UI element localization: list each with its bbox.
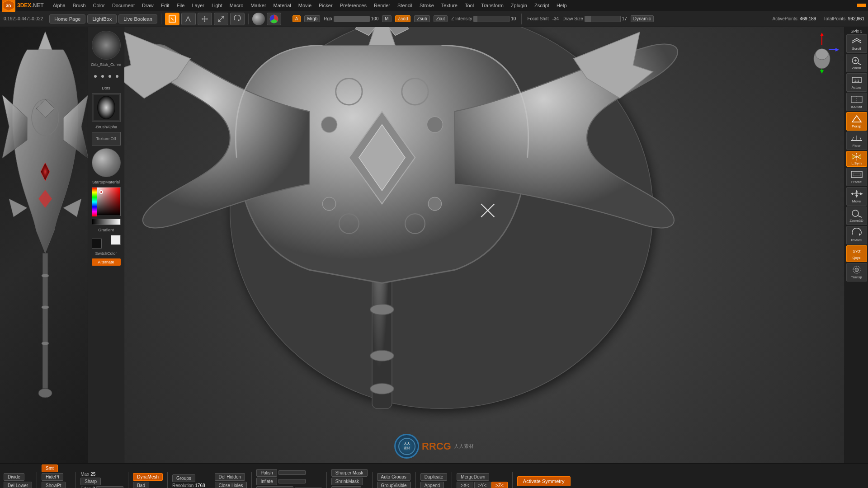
persp-btn[interactable]: Persp xyxy=(846,112,867,131)
edge-slider[interactable] xyxy=(96,486,123,488)
duplicate-btn[interactable]: Duplicate xyxy=(420,473,448,481)
draw-btn[interactable] xyxy=(181,13,196,25)
menu-stencil[interactable]: Stencil xyxy=(394,2,416,9)
brush-preview[interactable] xyxy=(92,31,121,60)
groups-btn[interactable]: Groups xyxy=(172,474,195,482)
menu-marker[interactable]: Marker xyxy=(247,2,269,9)
dots-preview[interactable] xyxy=(92,70,121,83)
actual-btn[interactable]: 1:1 Actual xyxy=(846,73,867,92)
menu-transform[interactable]: Transform xyxy=(477,2,507,9)
scale-btn[interactable] xyxy=(214,13,228,25)
menu-stroke[interactable]: Stroke xyxy=(416,2,438,9)
menu-draw[interactable]: Draw xyxy=(138,2,157,9)
del-lower-btn[interactable]: Del Lower xyxy=(4,482,32,488)
edit-btn[interactable] xyxy=(165,13,179,25)
menu-document[interactable]: Document xyxy=(108,2,138,9)
sphere-icon-btn[interactable] xyxy=(252,13,265,25)
auto-groups-btn[interactable]: Auto Groups xyxy=(377,473,410,481)
smt-btn[interactable]: Smt xyxy=(42,465,58,472)
material-sphere[interactable] xyxy=(92,148,121,177)
draw-size-slider[interactable] xyxy=(585,16,621,22)
rotate-3d-btn[interactable]: Rotate xyxy=(846,226,867,244)
qxyz-btn[interactable]: XYZ Qxyz xyxy=(846,245,867,262)
move-3d-btn[interactable]: Move xyxy=(846,187,867,206)
transp-btn[interactable]: Transp xyxy=(846,263,867,282)
zoom-btn[interactable]: Zoom xyxy=(846,54,867,72)
menu-material[interactable]: Material xyxy=(270,2,295,9)
mergedown-btn[interactable]: MergeDown xyxy=(457,473,489,481)
append-btn[interactable]: Append xyxy=(420,482,444,488)
color-picker[interactable] xyxy=(92,187,121,216)
menu-file[interactable]: File xyxy=(173,2,189,9)
nx-btn[interactable]: >X< xyxy=(457,482,473,488)
scroll-btn[interactable]: Scroll xyxy=(846,34,867,53)
floor-btn[interactable]: Floor xyxy=(846,131,867,150)
move-btn[interactable] xyxy=(198,13,212,25)
dynamesh-btn[interactable]: DynaMesh xyxy=(133,473,163,481)
menu-light[interactable]: Light xyxy=(208,2,226,9)
zoom3d-btn[interactable]: Zoom3D xyxy=(846,206,867,225)
activate-symmetry-btn[interactable]: Activate Symmetry xyxy=(517,476,571,486)
menu-render[interactable]: Render xyxy=(370,2,394,9)
menu-layer[interactable]: Layer xyxy=(188,2,208,9)
alternate-btn[interactable]: Alternate xyxy=(92,258,121,266)
polish-btn[interactable]: Polish xyxy=(256,469,277,477)
texture-off-btn[interactable]: Texture Off xyxy=(92,132,121,145)
zcut-badge[interactable]: Zcut xyxy=(434,15,448,22)
group-visible-btn[interactable]: GroupVisible xyxy=(377,482,411,488)
menu-edit[interactable]: Edit xyxy=(157,2,173,9)
lightbox-btn[interactable]: LightBox xyxy=(87,14,117,23)
del-hidden-btn[interactable]: Del Hidden xyxy=(215,473,245,481)
mrgb-badge[interactable]: Mrgb xyxy=(304,15,320,22)
bad-btn[interactable]: Bad xyxy=(133,482,149,488)
color-wheel-btn[interactable] xyxy=(267,13,281,25)
rgb-group: Rgb 100 xyxy=(324,16,378,22)
switch-color[interactable] xyxy=(92,235,121,249)
menu-help[interactable]: Help xyxy=(553,2,571,9)
inflate-btn[interactable]: Inflate xyxy=(256,478,277,485)
menu-zscript[interactable]: Zscript xyxy=(531,2,553,9)
inflate-slider[interactable] xyxy=(278,479,306,483)
zadd-badge[interactable]: Zadd xyxy=(395,15,411,22)
rotate-btn[interactable] xyxy=(230,13,245,25)
close-holes-btn[interactable]: Close Holes xyxy=(215,482,247,488)
hidept-btn[interactable]: HidePt xyxy=(42,473,63,481)
menu-alpha[interactable]: Alpha xyxy=(49,2,69,9)
ny-btn[interactable]: >Y< xyxy=(474,482,491,488)
home-page-btn[interactable]: Home Page xyxy=(49,14,85,23)
groups-resolution-group: Groups Resolution 1768 xyxy=(172,474,205,488)
menu-brush[interactable]: Brush xyxy=(69,2,90,9)
frame-btn[interactable]: Frame xyxy=(846,168,867,186)
live-boolean-btn[interactable]: Live Boolean xyxy=(118,14,157,23)
menu-macro[interactable]: Macro xyxy=(226,2,247,9)
menu-movie[interactable]: Movie xyxy=(295,2,315,9)
dynamic-badge[interactable]: Dynamic xyxy=(631,15,654,22)
lsym-btn[interactable]: L.Sym xyxy=(846,151,867,167)
aahalf-btn[interactable]: AAHalf xyxy=(846,93,867,111)
menu-texture[interactable]: Texture xyxy=(438,2,461,9)
m-badge[interactable]: M xyxy=(382,15,391,22)
zsub-badge[interactable]: Zsub xyxy=(414,15,429,22)
divide-btn[interactable]: Divide xyxy=(4,473,24,481)
z-intensity-slider[interactable] xyxy=(473,16,509,22)
menu-preferences[interactable]: Preferences xyxy=(336,2,370,9)
menu-zplugin[interactable]: Zplugin xyxy=(507,2,531,9)
sharpen-mask-btn[interactable]: SharpenMask xyxy=(331,469,368,477)
rgb-slider[interactable] xyxy=(334,16,370,22)
shrink-mask-btn[interactable]: ShrinkMask xyxy=(331,478,363,485)
sharp-btn[interactable]: Sharp xyxy=(80,478,101,485)
inflate-balloon-btn[interactable]: Inflate Balloon xyxy=(256,486,293,488)
nz-btn[interactable]: >Z< xyxy=(491,482,508,488)
showpt-btn[interactable]: ShowPt xyxy=(42,482,65,488)
a-badge[interactable]: A xyxy=(292,15,301,22)
menu-picker[interactable]: Picker xyxy=(315,2,336,9)
viewport[interactable] xyxy=(124,27,844,463)
menu-color[interactable]: Color xyxy=(90,2,108,9)
viewport-nav-cube[interactable] xyxy=(804,32,840,86)
svg-point-29 xyxy=(321,117,337,132)
grow-mask-btn[interactable]: GrowMask xyxy=(331,486,361,488)
alpha-preview[interactable] xyxy=(92,93,121,122)
menu-tool[interactable]: Tool xyxy=(461,2,477,9)
gradient-bar[interactable] xyxy=(92,219,121,225)
polish-slider[interactable] xyxy=(278,470,306,475)
